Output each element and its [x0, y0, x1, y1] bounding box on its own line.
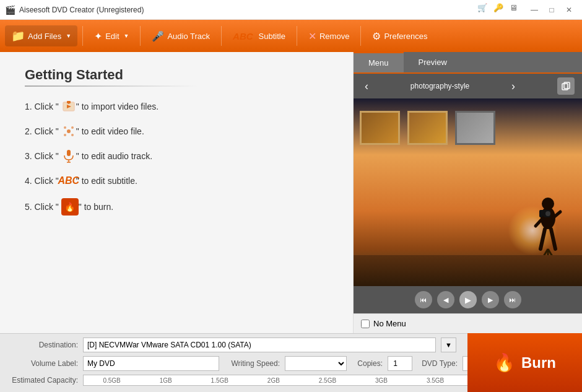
- thumbnail-1: [360, 111, 400, 145]
- svg-point-8: [71, 134, 74, 136]
- no-menu-checkbox[interactable]: [361, 320, 370, 328]
- step-1-text: " to import video files.: [76, 102, 159, 111]
- ground-area: [354, 255, 582, 286]
- dvd-type-label: DVD Type:: [417, 359, 458, 368]
- svg-point-4: [67, 129, 71, 133]
- step-3: 3. Click " " to edit audio track.: [25, 149, 328, 163]
- svg-line-19: [551, 229, 555, 249]
- edit-stars-icon: [61, 124, 76, 139]
- toolbar-separator-5: [360, 26, 361, 46]
- microphone-icon: [61, 149, 76, 163]
- volume-label: Volume Label:: [10, 359, 78, 368]
- edit-dropdown-arrow: ▼: [124, 33, 129, 39]
- estimated-capacity-label: Estimated Capacity:: [10, 376, 78, 385]
- volume-input[interactable]: [83, 356, 219, 371]
- step-2-text: " to edit video file.: [76, 126, 144, 136]
- subtitle-icon: ABC: [233, 31, 253, 41]
- copy-button[interactable]: [557, 77, 575, 95]
- step-1-num: 1. Click ": [25, 102, 59, 111]
- abc-subtitle-icon: ABC: [61, 173, 76, 188]
- minimize-button[interactable]: —: [526, 3, 542, 17]
- burn-button[interactable]: 🔥 Burn: [467, 333, 582, 392]
- window-controls: 🛒 🔑 🖥 — □ ✕: [477, 3, 577, 17]
- import-icon: [61, 99, 76, 114]
- key-icon: 🔑: [493, 3, 503, 17]
- burn-flame-icon: 🔥: [493, 352, 515, 373]
- tab-preview[interactable]: Preview: [404, 52, 462, 72]
- svg-line-18: [541, 229, 545, 249]
- add-files-button[interactable]: 📁 Add Files ▼: [5, 25, 77, 46]
- writing-speed-select[interactable]: [285, 356, 347, 371]
- step-5: 5. Click " 🔥 " to burn.: [25, 198, 328, 216]
- app-title: Aiseesoft DVD Creator (Unregistered): [19, 6, 477, 14]
- no-menu-label: No Menu: [373, 319, 406, 328]
- svg-point-6: [71, 126, 74, 129]
- copies-label: Copies:: [352, 359, 383, 368]
- cap-0.5: 0.5GB: [103, 377, 120, 384]
- cap-2: 2GB: [267, 377, 280, 384]
- step-3-text: " to edit audio track.: [76, 151, 152, 161]
- cart-icon: 🛒: [477, 3, 487, 17]
- screen-icon: 🖥: [510, 3, 518, 17]
- toolbar-separator-1: [82, 26, 83, 46]
- getting-started-divider: [25, 85, 198, 87]
- cap-3.5: 3.5GB: [427, 377, 444, 384]
- preferences-icon: ⚙: [372, 30, 381, 42]
- skip-back-button[interactable]: ⏮: [415, 291, 432, 308]
- playback-controls: ⏮ ◀ ▶ ▶ ⏭: [354, 286, 582, 313]
- nav-right-arrow[interactable]: ›: [508, 79, 519, 94]
- cap-1: 1GB: [160, 377, 172, 384]
- fast-forward-button[interactable]: ▶: [482, 291, 499, 308]
- add-files-dropdown-arrow: ▼: [66, 33, 71, 39]
- getting-started-title: Getting Started: [25, 67, 328, 83]
- svg-point-7: [64, 134, 66, 136]
- nav-left-arrow[interactable]: ‹: [361, 79, 372, 94]
- svg-rect-9: [67, 150, 71, 156]
- destination-label: Destination:: [10, 341, 78, 349]
- preferences-button[interactable]: ⚙ Preferences: [366, 27, 433, 46]
- burn-label: Burn: [521, 354, 556, 372]
- remove-button[interactable]: ✕ Remove: [302, 27, 355, 46]
- copies-input[interactable]: [388, 356, 412, 371]
- thumbnail-3: [455, 111, 495, 145]
- maximize-button[interactable]: □: [544, 3, 560, 17]
- remove-icon: ✕: [308, 30, 316, 42]
- subtitle-button[interactable]: ABC Subtitle: [227, 27, 292, 45]
- skip-forward-button[interactable]: ⏭: [504, 291, 521, 308]
- close-button[interactable]: ✕: [561, 3, 577, 17]
- step-4-text: " to edit subtitle.: [76, 176, 137, 186]
- step-5-text: " to burn.: [79, 202, 113, 212]
- cap-3: 3GB: [375, 377, 388, 384]
- step-5-num: 5. Click ": [25, 202, 59, 212]
- audio-track-button[interactable]: 🎤 Audio Track: [146, 27, 216, 46]
- cap-2.5: 2.5GB: [319, 377, 336, 384]
- play-button[interactable]: ▶: [459, 291, 477, 308]
- title-bar: 🎬 Aiseesoft DVD Creator (Unregistered) 🛒…: [0, 0, 582, 20]
- rewind-button[interactable]: ◀: [437, 291, 454, 308]
- toolbar-separator-3: [221, 26, 222, 46]
- preview-image: [354, 98, 582, 286]
- writing-speed-label: Writing Speed:: [224, 359, 280, 368]
- step-4: 4. Click " ABC " to edit subtitle.: [25, 173, 328, 188]
- no-menu-row: No Menu: [354, 313, 582, 333]
- destination-input[interactable]: [83, 338, 436, 352]
- burn-small-icon: 🔥: [61, 198, 79, 216]
- step-2: 2. Click " " to edit video file.: [25, 124, 328, 139]
- main-content: Getting Started 1. Click " " to import v…: [0, 52, 582, 333]
- step-3-num: 3. Click ": [25, 151, 59, 161]
- thumbnail-2: [407, 111, 448, 145]
- preview-panel: Menu Preview ‹ photography-style ›: [353, 52, 582, 333]
- content-wrapper: Getting Started 1. Click " " to import v…: [0, 52, 582, 392]
- destination-dropdown[interactable]: ▼: [441, 338, 456, 352]
- step-4-num: 4. Click ": [25, 176, 59, 186]
- getting-started-panel: Getting Started 1. Click " " to import v…: [0, 52, 353, 333]
- audio-icon: 🎤: [152, 30, 164, 42]
- svg-point-15: [542, 198, 554, 210]
- edit-button[interactable]: ✦ Edit ▼: [88, 27, 135, 46]
- app-icon: 🎬: [5, 5, 15, 15]
- tab-menu[interactable]: Menu: [354, 52, 404, 72]
- toolbar-separator-2: [140, 26, 141, 46]
- toolbar: 📁 Add Files ▼ ✦ Edit ▼ 🎤 Audio Track ABC…: [0, 20, 582, 52]
- photo-thumbnails: [360, 111, 495, 145]
- svg-point-17: [545, 211, 550, 216]
